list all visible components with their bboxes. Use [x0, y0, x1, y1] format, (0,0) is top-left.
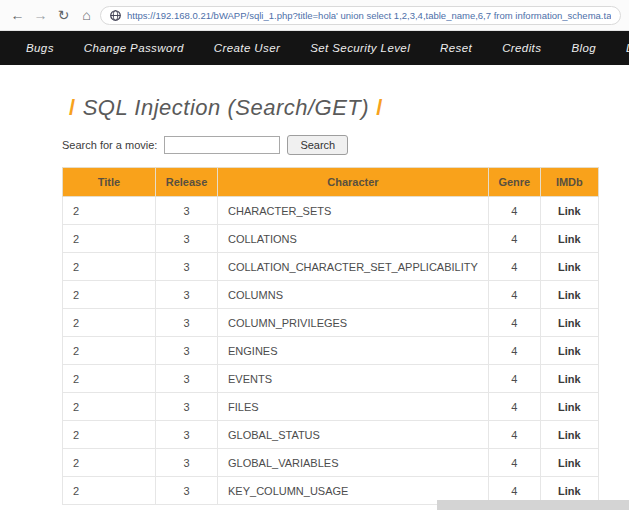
imdb-link[interactable]: Link: [558, 261, 581, 273]
cell-release: 3: [156, 337, 218, 365]
forward-icon[interactable]: →: [31, 8, 50, 22]
search-label: Search for a movie:: [62, 139, 157, 151]
cell-release: 3: [156, 253, 218, 281]
imdb-link[interactable]: Link: [558, 289, 581, 301]
table-row: 23COLLATIONS4Link: [63, 225, 599, 253]
header-imdb: IMDb: [540, 168, 598, 197]
address-bar[interactable]: https://192.168.0.21/bWAPP/sqli_1.php?ti…: [100, 6, 621, 25]
url-text: https://192.168.0.21/bWAPP/sqli_1.php?ti…: [127, 10, 611, 21]
cell-character: ENGINES: [218, 337, 489, 365]
search-button[interactable]: Search: [287, 135, 348, 155]
imdb-link[interactable]: Link: [558, 429, 581, 441]
bottom-gray-strip: [437, 500, 629, 510]
search-input[interactable]: [164, 136, 280, 154]
cell-imdb: Link: [540, 281, 598, 309]
cell-imdb: Link: [540, 337, 598, 365]
main-nav: BugsChange PasswordCreate UserSet Securi…: [0, 31, 629, 65]
cell-release: 3: [156, 281, 218, 309]
cell-imdb: Link: [540, 225, 598, 253]
cell-character: FILES: [218, 393, 489, 421]
cell-character: COLLATIONS: [218, 225, 489, 253]
title-slash-left: /: [62, 95, 83, 120]
nav-item-blog[interactable]: Blog: [571, 42, 596, 54]
nav-item-bugs[interactable]: Bugs: [26, 42, 54, 54]
cell-release: 3: [156, 449, 218, 477]
search-form: Search for a movie: Search: [62, 135, 629, 155]
imdb-link[interactable]: Link: [558, 457, 581, 469]
cell-imdb: Link: [540, 365, 598, 393]
globe-icon: [110, 10, 121, 21]
table-row: 23COLUMN_PRIVILEGES4Link: [63, 309, 599, 337]
cell-title: 2: [63, 337, 156, 365]
results-table: Title Release Character Genre IMDb 23CHA…: [62, 167, 599, 505]
cell-title: 2: [63, 393, 156, 421]
table-row: 23EVENTS4Link: [63, 365, 599, 393]
cell-title: 2: [63, 477, 156, 505]
imdb-link[interactable]: Link: [558, 373, 581, 385]
cell-title: 2: [63, 309, 156, 337]
imdb-link[interactable]: Link: [558, 485, 581, 497]
cell-genre: 4: [488, 421, 540, 449]
page-content: /SQL Injection (Search/GET)/ Search for …: [0, 95, 629, 505]
table-row: 23ENGINES4Link: [63, 337, 599, 365]
cell-genre: 4: [488, 365, 540, 393]
title-slash-right: /: [369, 95, 390, 120]
table-row: 23GLOBAL_STATUS4Link: [63, 421, 599, 449]
cell-imdb: Link: [540, 421, 598, 449]
imdb-link[interactable]: Link: [558, 205, 581, 217]
cell-genre: 4: [488, 197, 540, 225]
cell-character: COLUMNS: [218, 281, 489, 309]
cell-imdb: Link: [540, 253, 598, 281]
header-row: Title Release Character Genre IMDb: [63, 168, 599, 197]
header-release: Release: [156, 168, 218, 197]
cell-imdb: Link: [540, 393, 598, 421]
cell-release: 3: [156, 477, 218, 505]
cell-release: 3: [156, 365, 218, 393]
imdb-link[interactable]: Link: [558, 401, 581, 413]
cell-title: 2: [63, 253, 156, 281]
back-icon[interactable]: ←: [8, 8, 27, 22]
cell-genre: 4: [488, 393, 540, 421]
cell-imdb: Link: [540, 449, 598, 477]
browser-toolbar: ← → ↻ ⌂ https://192.168.0.21/bWAPP/sqli_…: [0, 0, 629, 31]
cell-character: CHARACTER_SETS: [218, 197, 489, 225]
cell-genre: 4: [488, 309, 540, 337]
cell-release: 3: [156, 309, 218, 337]
table-row: 23CHARACTER_SETS4Link: [63, 197, 599, 225]
home-icon[interactable]: ⌂: [77, 8, 96, 22]
refresh-icon[interactable]: ↻: [54, 8, 73, 22]
imdb-link[interactable]: Link: [558, 233, 581, 245]
nav-items-row: BugsChange PasswordCreate UserSet Securi…: [0, 31, 629, 65]
cell-character: COLLATION_CHARACTER_SET_APPLICABILITY: [218, 253, 489, 281]
cell-title: 2: [63, 197, 156, 225]
nav-item-change-password[interactable]: Change Password: [84, 42, 184, 54]
imdb-link[interactable]: Link: [558, 345, 581, 357]
cell-title: 2: [63, 281, 156, 309]
nav-item-set-security-level[interactable]: Set Security Level: [310, 42, 410, 54]
nav-item-credits[interactable]: Credits: [502, 42, 541, 54]
nav-item-reset[interactable]: Reset: [440, 42, 472, 54]
imdb-link[interactable]: Link: [558, 317, 581, 329]
header-character: Character: [218, 168, 489, 197]
cell-character: COLUMN_PRIVILEGES: [218, 309, 489, 337]
cell-imdb: Link: [540, 309, 598, 337]
table-row: 23COLUMNS4Link: [63, 281, 599, 309]
cell-character: GLOBAL_VARIABLES: [218, 449, 489, 477]
cell-imdb: Link: [540, 197, 598, 225]
table-row: 23COLLATION_CHARACTER_SET_APPLICABILITY4…: [63, 253, 599, 281]
cell-genre: 4: [488, 281, 540, 309]
results-table-header: Title Release Character Genre IMDb: [63, 168, 599, 197]
nav-item-create-user[interactable]: Create User: [214, 42, 280, 54]
cell-release: 3: [156, 421, 218, 449]
table-row: 23FILES4Link: [63, 393, 599, 421]
cell-title: 2: [63, 365, 156, 393]
header-title: Title: [63, 168, 156, 197]
cell-genre: 4: [488, 253, 540, 281]
page-title: /SQL Injection (Search/GET)/: [62, 95, 629, 121]
cell-title: 2: [63, 449, 156, 477]
cell-release: 3: [156, 197, 218, 225]
cell-character: EVENTS: [218, 365, 489, 393]
cell-release: 3: [156, 225, 218, 253]
cell-title: 2: [63, 421, 156, 449]
table-row: 23GLOBAL_VARIABLES4Link: [63, 449, 599, 477]
